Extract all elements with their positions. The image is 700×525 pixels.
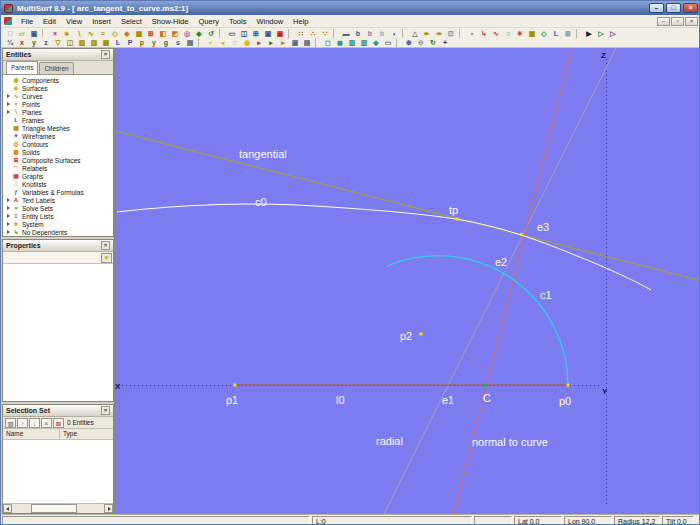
hook-icon[interactable]: ↳ <box>478 29 490 38</box>
tree-item[interactable]: ∖ Planes <box>3 108 113 116</box>
scrollbar-thumb[interactable] <box>31 504 77 513</box>
expander-icon[interactable] <box>6 221 12 227</box>
diamond-tool-icon[interactable]: ◇ <box>538 29 550 38</box>
flag-yellow-icon[interactable]: ▸ <box>277 38 289 47</box>
menu-item[interactable]: Show-Hide <box>147 15 194 28</box>
arc-c1[interactable] <box>387 256 568 384</box>
tree-item[interactable]: ▦ Triangle Meshes <box>3 124 113 132</box>
point-C[interactable] <box>484 384 487 387</box>
tree-item[interactable]: ◎ Contours <box>3 140 113 148</box>
point-e3[interactable] <box>520 233 523 236</box>
beaker-icon[interactable]: ◫ <box>64 38 76 47</box>
wave-icon[interactable]: ∿ <box>490 29 502 38</box>
menu-item[interactable]: Help <box>288 15 313 28</box>
insert-composite-icon[interactable]: ⊞ <box>145 29 157 38</box>
close-icon[interactable]: × <box>101 241 110 250</box>
close-icon[interactable]: × <box>101 406 110 415</box>
zoom-in-icon[interactable]: ⊕ <box>403 38 415 47</box>
measure-icon[interactable]: ▬ <box>340 29 352 38</box>
pan-icon[interactable]: + <box>439 38 451 47</box>
save-icon[interactable]: ▣ <box>28 29 40 38</box>
show-hide-icon[interactable]: ◐ <box>205 38 217 47</box>
pin-P-icon[interactable]: P <box>124 38 136 47</box>
tree-item[interactable]: × Points <box>3 100 113 108</box>
label-small-icon[interactable]: b <box>376 29 388 38</box>
tree-item[interactable]: A Text Labels <box>3 196 113 204</box>
zoom-out-icon[interactable]: ⊖ <box>415 38 427 47</box>
triangle-icon[interactable]: △ <box>409 29 421 38</box>
label-large-icon[interactable]: b <box>352 29 364 38</box>
expander-icon[interactable] <box>6 229 12 235</box>
menu-item[interactable]: Window <box>251 15 288 28</box>
bulb-on-icon[interactable]: ● <box>217 38 229 47</box>
select-add-icon[interactable]: ▷ <box>595 29 607 38</box>
tree-item[interactable]: ◆ Surfaces <box>3 84 113 92</box>
snap-grid-icon[interactable]: ∷ <box>295 29 307 38</box>
y-axis-toggle-icon[interactable]: y <box>28 38 40 47</box>
tree-item[interactable]: ★ System <box>3 220 113 228</box>
tree-item[interactable]: ↳ No Dependents <box>3 228 113 236</box>
print-icon[interactable]: ▤ <box>184 38 196 47</box>
point-p2[interactable] <box>420 333 423 336</box>
menu-item[interactable]: File <box>16 15 38 28</box>
undo-icon[interactable]: ↺ <box>205 29 217 38</box>
select-arrow-icon[interactable]: ▶ <box>583 29 595 38</box>
scroll-right-icon[interactable] <box>104 504 113 513</box>
insert-snake-icon[interactable]: ≈ <box>97 29 109 38</box>
point-p1[interactable] <box>234 384 237 387</box>
tree-item[interactable]: ◉ Components <box>3 76 113 84</box>
insert-line-icon[interactable]: ∖ <box>73 29 85 38</box>
filter-icon[interactable]: ▼ <box>101 253 112 263</box>
tree-item[interactable]: ⊞ Composite Surfaces <box>3 156 113 164</box>
tree-item[interactable]: ∴ Knotlists <box>3 180 113 188</box>
expander-icon[interactable] <box>6 101 12 107</box>
tree-item[interactable]: ◠ Relabels <box>3 164 113 172</box>
tree-item[interactable]: ≡ Entity Lists <box>3 212 113 220</box>
flag-red-icon[interactable]: ▸ <box>253 38 265 47</box>
mdi-minimize-button[interactable]: – <box>657 17 670 26</box>
insert-prism-icon[interactable]: ◩ <box>169 29 181 38</box>
mail-view-icon[interactable]: ▭ <box>382 38 394 47</box>
menu-item[interactable]: View <box>61 15 87 28</box>
shaded-mode-icon[interactable]: ◼ <box>334 38 346 47</box>
insert-cube-icon[interactable]: ◧ <box>157 29 169 38</box>
drawing-canvas[interactable]: tangential c0 tp e3 e2 c1 p2 p1 l0 e1 C … <box>115 48 700 514</box>
remove-all-icon[interactable]: ⊠ <box>53 418 64 428</box>
ring-icon[interactable]: ○ <box>502 29 514 38</box>
app-icon[interactable] <box>4 4 13 13</box>
expander-icon[interactable] <box>6 205 12 211</box>
menu-item[interactable]: Insert <box>87 15 116 28</box>
pin-y-icon[interactable]: y <box>148 38 160 47</box>
view-wide-icon[interactable]: ▭ <box>226 29 238 38</box>
mdi-close-button[interactable]: × <box>685 17 698 26</box>
tree-item[interactable]: ▩ Solids <box>3 148 113 156</box>
expander-icon[interactable] <box>6 93 12 99</box>
insert-curve-icon[interactable]: ∿ <box>85 29 97 38</box>
menu-item[interactable]: Query <box>193 15 223 28</box>
step-forward-icon[interactable]: ↠ <box>433 29 445 38</box>
flag-green-icon[interactable]: ▸ <box>265 38 277 47</box>
expander-icon[interactable] <box>6 109 12 115</box>
fraction-icon[interactable]: ¼ <box>4 38 16 47</box>
insert-point-icon[interactable]: ∗ <box>61 29 73 38</box>
rosette-icon[interactable]: ✳ <box>514 29 526 38</box>
view-quad-icon[interactable]: ⊞ <box>250 29 262 38</box>
pin-g-icon[interactable]: g <box>160 38 172 47</box>
step-back-icon[interactable]: ↞ <box>421 29 433 38</box>
rotate-view-icon[interactable]: ↻ <box>427 38 439 47</box>
pin-s-icon[interactable]: s <box>172 38 184 47</box>
corner-icon[interactable]: Ŀ <box>112 38 124 47</box>
point-tp[interactable] <box>456 218 459 221</box>
snap-point-icon[interactable]: ∴ <box>307 29 319 38</box>
wireframe-mode-icon[interactable]: ◻ <box>322 38 334 47</box>
minimize-button[interactable]: – <box>649 3 664 13</box>
expander-icon[interactable] <box>6 213 12 219</box>
magnet-icon[interactable]: ◆ <box>193 29 205 38</box>
pin-p-icon[interactable]: p <box>136 38 148 47</box>
remove-icon[interactable]: × <box>41 418 52 428</box>
bulb-off-icon[interactable]: ○ <box>229 38 241 47</box>
maximize-button[interactable]: □ <box>666 3 681 13</box>
frame-tool-icon[interactable]: L <box>550 29 562 38</box>
z-axis-toggle-icon[interactable]: z <box>40 38 52 47</box>
document-icon[interactable] <box>4 17 12 25</box>
